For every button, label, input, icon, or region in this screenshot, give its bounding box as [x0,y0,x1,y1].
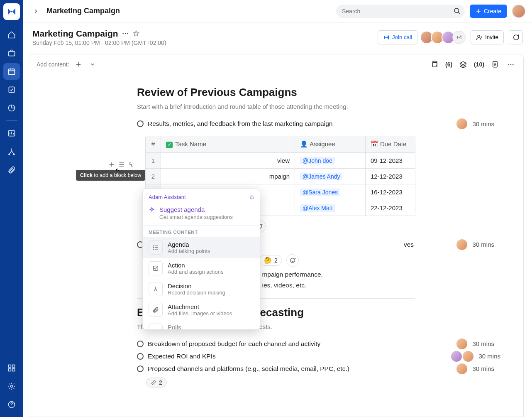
join-call-button[interactable]: Join call [378,30,417,44]
table-row[interactable]: 1 view @John doe 09-12-2023 [146,152,415,168]
popover-item-agenda[interactable]: AgendaAdd talking points [143,237,260,258]
paperclip-icon [149,303,163,317]
popover-item-action[interactable]: ActionAdd and assign actions [143,258,260,279]
assignee-mention[interactable]: @Alex Matt [300,204,335,212]
join-call-label: Join call [392,34,412,40]
svg-point-11 [11,385,13,388]
svg-point-21 [510,64,512,65]
assignee-mention[interactable]: @James Andy [300,173,342,180]
agenda-item[interactable]: Expected ROI and KPIs 30 mins [137,350,415,363]
svg-point-20 [508,64,509,65]
svg-rect-28 [154,266,158,271]
agenda-text: Expected ROI and KPIs [148,353,415,360]
owner-avatar [456,338,468,350]
agenda-item[interactable]: Results, metrics, and feedback from the … [137,118,415,130]
emoji-icon: 🤔 [264,257,272,264]
user-avatar[interactable] [512,5,525,18]
add-block-dropdown-icon[interactable] [88,59,98,69]
search-icon[interactable] [453,7,461,15]
agenda-item[interactable]: Breakdown of proposed budget for each ch… [137,338,415,350]
nav-tasks[interactable] [3,81,20,98]
sub-bullet: ies, videos, etc. [257,280,415,291]
agenda-text: Results, metrics, and feedback from the … [148,120,415,128]
owner-avatar [450,350,463,363]
nav-attachments[interactable] [3,162,20,178]
popover-item-decision[interactable]: DecisionRecord decision making [143,279,260,299]
sparkle-icon [149,207,155,213]
popover-section-label: MEETING CONTENT [143,226,260,237]
svg-point-22 [512,64,514,65]
svg-rect-7 [9,365,11,368]
popover-item-attachment[interactable]: AttachmentAdd files, images or videos [143,299,260,320]
svg-point-24 [290,258,295,262]
layers-icon[interactable] [458,59,468,69]
check-icon: ✓ [166,142,173,148]
calendar-icon: 📅 [371,140,378,147]
app-logo[interactable] [3,3,20,20]
svg-point-27 [154,249,154,249]
nav-briefcase[interactable] [3,45,20,61]
search-input[interactable] [336,5,465,18]
link-chip[interactable]: 2 [146,378,167,388]
owner-avatar [456,118,468,130]
meeting-title: Marketing Campaign [32,29,118,39]
circle-icon [137,353,144,360]
svg-rect-18 [432,63,437,67]
svg-point-16 [127,33,128,34]
duration: 30 mins [472,365,494,372]
more-actions-icon[interactable] [506,59,516,69]
table-row[interactable]: 2 mpaign @James Andy 12-12-2023 [146,168,415,184]
gradient-line [189,197,254,197]
chat-button[interactable] [509,30,523,44]
create-button[interactable]: Create [470,5,507,18]
svg-rect-0 [9,52,15,56]
nav-apps[interactable] [3,360,20,376]
block-picker-popover: Adam Assistant Suggest agenda Get smart … [142,189,260,330]
document-body: Review of Previous Campaigns Start with … [29,74,523,417]
attendee-more[interactable]: +4 [452,31,466,44]
nav-decisions[interactable] [3,143,20,160]
assignee-mention[interactable]: @Sara Jones [300,189,340,196]
sub-bullet: mpaign performance. [257,269,415,280]
cards-icon[interactable] [430,59,439,69]
attendee-stack[interactable]: +4 [422,31,466,44]
invite-button[interactable]: Invite [471,30,504,44]
agenda-text: Breakdown of proposed budget for each ch… [148,340,415,348]
agenda-item[interactable]: Proposed channels and platforms (e.g., s… [137,363,415,375]
nav-settings[interactable] [3,378,20,395]
nav-help[interactable] [3,396,20,413]
duration: 30 mins [472,120,494,128]
assignee-mention[interactable]: @John doe [300,157,335,164]
meeting-header: Marketing Campaign Sunday Feb 15, 01:00 … [23,22,532,52]
nav-analytics[interactable] [3,125,20,142]
svg-point-26 [154,247,154,248]
svg-point-17 [478,35,480,37]
popover-item-polls[interactable]: Polls [143,320,260,329]
add-reaction-icon[interactable] [286,254,299,267]
owner-avatar [456,363,468,375]
search-wrap [336,5,465,18]
assistant-name: Adam Assistant [149,194,186,200]
nav-divider [6,120,17,121]
template-icon[interactable] [490,59,500,69]
col-assignee: 👤Assignee [295,136,365,152]
breadcrumb-back[interactable] [30,5,41,17]
section-title: Review of Previous Campaigns [137,86,415,99]
more-icon[interactable] [122,30,129,37]
add-block-icon[interactable] [73,59,83,69]
svg-point-13 [454,8,459,13]
suggest-agenda[interactable]: Suggest agenda Get smart agenda suggesti… [143,204,260,225]
nav-reports[interactable] [3,100,20,116]
poll-icon [149,324,163,329]
star-icon[interactable] [132,30,140,37]
col-num: # [146,136,161,152]
branch-icon [149,282,163,296]
duration: 30 mins [478,353,500,360]
nav-home[interactable] [3,27,20,43]
user-icon: 👤 [300,140,308,147]
nav-calendar[interactable] [3,63,20,80]
meeting-time: Sunday Feb 15, 01:00 PM - 02:00 PM (GMT+… [32,39,166,46]
svg-rect-9 [9,369,11,371]
reaction-chip[interactable]: 🤔2 [259,255,282,266]
suggest-title: Suggest agenda [159,206,233,213]
